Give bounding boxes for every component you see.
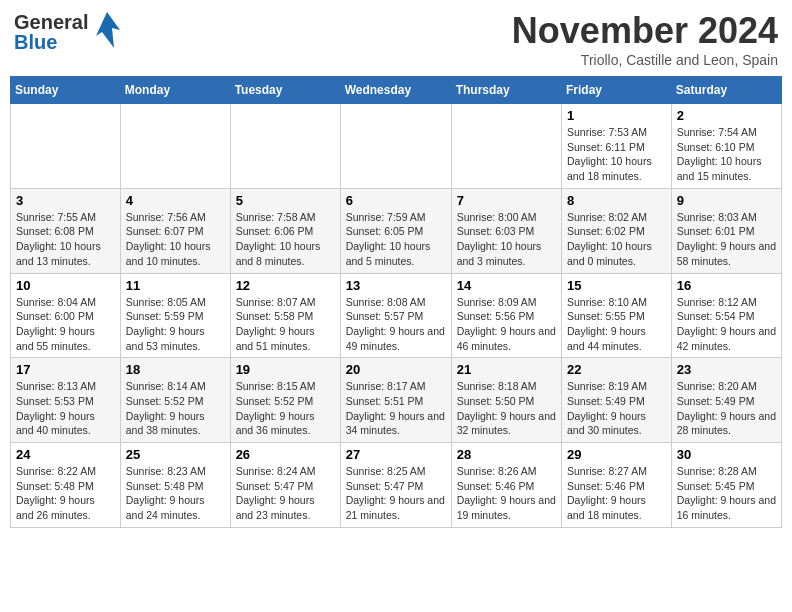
day-number: 11 xyxy=(126,278,225,293)
day-info: Sunrise: 8:00 AM Sunset: 6:03 PM Dayligh… xyxy=(457,210,556,269)
day-info: Sunrise: 8:10 AM Sunset: 5:55 PM Dayligh… xyxy=(567,295,666,354)
day-info: Sunrise: 8:14 AM Sunset: 5:52 PM Dayligh… xyxy=(126,379,225,438)
calendar-cell: 29Sunrise: 8:27 AM Sunset: 5:46 PM Dayli… xyxy=(562,443,672,528)
calendar-cell: 25Sunrise: 8:23 AM Sunset: 5:48 PM Dayli… xyxy=(120,443,230,528)
calendar-cell xyxy=(451,104,561,189)
day-info: Sunrise: 8:08 AM Sunset: 5:57 PM Dayligh… xyxy=(346,295,446,354)
day-number: 2 xyxy=(677,108,776,123)
day-info: Sunrise: 8:13 AM Sunset: 5:53 PM Dayligh… xyxy=(16,379,115,438)
day-number: 25 xyxy=(126,447,225,462)
page-header: General Blue November 2024 Triollo, Cast… xyxy=(10,10,782,68)
calendar-cell: 7Sunrise: 8:00 AM Sunset: 6:03 PM Daylig… xyxy=(451,188,561,273)
day-number: 13 xyxy=(346,278,446,293)
calendar-cell: 16Sunrise: 8:12 AM Sunset: 5:54 PM Dayli… xyxy=(671,273,781,358)
calendar-cell: 23Sunrise: 8:20 AM Sunset: 5:49 PM Dayli… xyxy=(671,358,781,443)
day-number: 19 xyxy=(236,362,335,377)
day-number: 15 xyxy=(567,278,666,293)
day-info: Sunrise: 8:03 AM Sunset: 6:01 PM Dayligh… xyxy=(677,210,776,269)
day-info: Sunrise: 7:53 AM Sunset: 6:11 PM Dayligh… xyxy=(567,125,666,184)
calendar-table: SundayMondayTuesdayWednesdayThursdayFrid… xyxy=(10,76,782,528)
calendar-cell: 28Sunrise: 8:26 AM Sunset: 5:46 PM Dayli… xyxy=(451,443,561,528)
day-header-tuesday: Tuesday xyxy=(230,77,340,104)
calendar-cell: 21Sunrise: 8:18 AM Sunset: 5:50 PM Dayli… xyxy=(451,358,561,443)
day-info: Sunrise: 8:23 AM Sunset: 5:48 PM Dayligh… xyxy=(126,464,225,523)
calendar-cell: 27Sunrise: 8:25 AM Sunset: 5:47 PM Dayli… xyxy=(340,443,451,528)
day-number: 14 xyxy=(457,278,556,293)
calendar-cell: 11Sunrise: 8:05 AM Sunset: 5:59 PM Dayli… xyxy=(120,273,230,358)
week-row-3: 10Sunrise: 8:04 AM Sunset: 6:00 PM Dayli… xyxy=(11,273,782,358)
day-number: 24 xyxy=(16,447,115,462)
calendar-cell: 15Sunrise: 8:10 AM Sunset: 5:55 PM Dayli… xyxy=(562,273,672,358)
day-number: 3 xyxy=(16,193,115,208)
day-info: Sunrise: 8:26 AM Sunset: 5:46 PM Dayligh… xyxy=(457,464,556,523)
logo-general: General xyxy=(14,12,88,32)
day-number: 21 xyxy=(457,362,556,377)
day-number: 5 xyxy=(236,193,335,208)
day-info: Sunrise: 7:55 AM Sunset: 6:08 PM Dayligh… xyxy=(16,210,115,269)
calendar-cell xyxy=(340,104,451,189)
day-number: 6 xyxy=(346,193,446,208)
day-number: 10 xyxy=(16,278,115,293)
logo-icon xyxy=(92,10,122,54)
calendar-cell: 5Sunrise: 7:58 AM Sunset: 6:06 PM Daylig… xyxy=(230,188,340,273)
day-header-sunday: Sunday xyxy=(11,77,121,104)
day-info: Sunrise: 8:28 AM Sunset: 5:45 PM Dayligh… xyxy=(677,464,776,523)
day-header-thursday: Thursday xyxy=(451,77,561,104)
day-info: Sunrise: 8:12 AM Sunset: 5:54 PM Dayligh… xyxy=(677,295,776,354)
calendar-cell: 8Sunrise: 8:02 AM Sunset: 6:02 PM Daylig… xyxy=(562,188,672,273)
calendar-cell: 13Sunrise: 8:08 AM Sunset: 5:57 PM Dayli… xyxy=(340,273,451,358)
day-header-saturday: Saturday xyxy=(671,77,781,104)
day-header-friday: Friday xyxy=(562,77,672,104)
calendar-cell: 4Sunrise: 7:56 AM Sunset: 6:07 PM Daylig… xyxy=(120,188,230,273)
day-info: Sunrise: 7:54 AM Sunset: 6:10 PM Dayligh… xyxy=(677,125,776,184)
calendar-cell: 26Sunrise: 8:24 AM Sunset: 5:47 PM Dayli… xyxy=(230,443,340,528)
calendar-cell: 3Sunrise: 7:55 AM Sunset: 6:08 PM Daylig… xyxy=(11,188,121,273)
calendar-cell: 30Sunrise: 8:28 AM Sunset: 5:45 PM Dayli… xyxy=(671,443,781,528)
header-row: SundayMondayTuesdayWednesdayThursdayFrid… xyxy=(11,77,782,104)
day-number: 1 xyxy=(567,108,666,123)
calendar-cell: 12Sunrise: 8:07 AM Sunset: 5:58 PM Dayli… xyxy=(230,273,340,358)
day-info: Sunrise: 7:59 AM Sunset: 6:05 PM Dayligh… xyxy=(346,210,446,269)
month-title: November 2024 xyxy=(512,10,778,52)
day-number: 27 xyxy=(346,447,446,462)
day-number: 20 xyxy=(346,362,446,377)
day-number: 26 xyxy=(236,447,335,462)
day-info: Sunrise: 8:07 AM Sunset: 5:58 PM Dayligh… xyxy=(236,295,335,354)
logo: General Blue xyxy=(14,10,122,54)
day-info: Sunrise: 8:24 AM Sunset: 5:47 PM Dayligh… xyxy=(236,464,335,523)
day-number: 9 xyxy=(677,193,776,208)
calendar-cell: 6Sunrise: 7:59 AM Sunset: 6:05 PM Daylig… xyxy=(340,188,451,273)
week-row-5: 24Sunrise: 8:22 AM Sunset: 5:48 PM Dayli… xyxy=(11,443,782,528)
location-subtitle: Triollo, Castille and Leon, Spain xyxy=(512,52,778,68)
calendar-cell: 1Sunrise: 7:53 AM Sunset: 6:11 PM Daylig… xyxy=(562,104,672,189)
day-number: 30 xyxy=(677,447,776,462)
calendar-cell xyxy=(120,104,230,189)
day-info: Sunrise: 7:58 AM Sunset: 6:06 PM Dayligh… xyxy=(236,210,335,269)
title-area: November 2024 Triollo, Castille and Leon… xyxy=(512,10,778,68)
week-row-1: 1Sunrise: 7:53 AM Sunset: 6:11 PM Daylig… xyxy=(11,104,782,189)
day-header-monday: Monday xyxy=(120,77,230,104)
day-number: 8 xyxy=(567,193,666,208)
day-number: 28 xyxy=(457,447,556,462)
calendar-cell xyxy=(11,104,121,189)
day-info: Sunrise: 8:05 AM Sunset: 5:59 PM Dayligh… xyxy=(126,295,225,354)
day-number: 12 xyxy=(236,278,335,293)
calendar-cell: 22Sunrise: 8:19 AM Sunset: 5:49 PM Dayli… xyxy=(562,358,672,443)
day-info: Sunrise: 7:56 AM Sunset: 6:07 PM Dayligh… xyxy=(126,210,225,269)
calendar-cell: 19Sunrise: 8:15 AM Sunset: 5:52 PM Dayli… xyxy=(230,358,340,443)
day-number: 7 xyxy=(457,193,556,208)
day-number: 16 xyxy=(677,278,776,293)
calendar-cell: 17Sunrise: 8:13 AM Sunset: 5:53 PM Dayli… xyxy=(11,358,121,443)
calendar-cell: 10Sunrise: 8:04 AM Sunset: 6:00 PM Dayli… xyxy=(11,273,121,358)
day-info: Sunrise: 8:09 AM Sunset: 5:56 PM Dayligh… xyxy=(457,295,556,354)
week-row-4: 17Sunrise: 8:13 AM Sunset: 5:53 PM Dayli… xyxy=(11,358,782,443)
day-info: Sunrise: 8:27 AM Sunset: 5:46 PM Dayligh… xyxy=(567,464,666,523)
day-number: 17 xyxy=(16,362,115,377)
calendar-cell: 14Sunrise: 8:09 AM Sunset: 5:56 PM Dayli… xyxy=(451,273,561,358)
day-info: Sunrise: 8:18 AM Sunset: 5:50 PM Dayligh… xyxy=(457,379,556,438)
day-number: 4 xyxy=(126,193,225,208)
day-info: Sunrise: 8:15 AM Sunset: 5:52 PM Dayligh… xyxy=(236,379,335,438)
day-info: Sunrise: 8:02 AM Sunset: 6:02 PM Dayligh… xyxy=(567,210,666,269)
day-number: 23 xyxy=(677,362,776,377)
calendar-cell: 20Sunrise: 8:17 AM Sunset: 5:51 PM Dayli… xyxy=(340,358,451,443)
